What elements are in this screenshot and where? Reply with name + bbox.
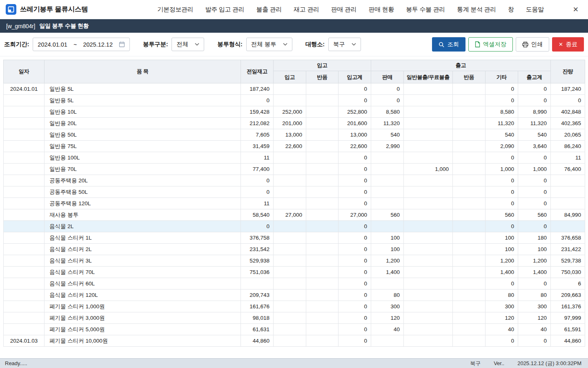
cell-value: 402,365 [551, 118, 585, 129]
table-row[interactable]: 공동주택용 50L0000 [4, 186, 585, 198]
table-row[interactable]: 일반용 50L7,60513,00013,00054054054020,065 [4, 129, 585, 141]
table-row[interactable]: 음식물 2L0000 [4, 221, 585, 232]
table-row[interactable]: 재사용 봉투58,54027,00027,00056056056084,990 [4, 209, 585, 221]
cell-value [453, 95, 486, 106]
date-from-value[interactable]: 2024.01.01 [38, 41, 67, 48]
cell-value [404, 141, 453, 152]
cell-value: 0 [371, 83, 404, 95]
table-row[interactable]: 일반용 20L212,082201,000201,60011,32011,320… [4, 118, 585, 129]
cell-value [306, 335, 339, 347]
cell-value: 120 [486, 312, 518, 324]
table-row[interactable]: 2024.01.03폐기물 스티커 10,000원44,86000044,860 [4, 335, 585, 347]
cell-value: 1,000 [486, 164, 518, 175]
col-header-free-issue: 일반불출/무료불출 [404, 71, 453, 83]
cell-value: 44,860 [551, 335, 585, 347]
menu-item[interactable]: 도움말 [526, 6, 544, 13]
bag-type-select[interactable]: 전체 [172, 38, 204, 51]
cell-value: 252,000 [274, 106, 306, 118]
table-row[interactable]: 공동주택용 120L11000 [4, 198, 585, 209]
table-row[interactable]: 폐기물 스티커 5,000원61,631040404061,591 [4, 324, 585, 335]
cell-value: 231,422 [551, 244, 585, 255]
cell-value: 540 [518, 129, 551, 141]
cell-value: 0 [486, 198, 518, 209]
print-button[interactable]: 인쇄 [516, 37, 549, 52]
cell-item: 일반용 10L [45, 106, 241, 118]
search-button[interactable]: 조회 [432, 37, 465, 52]
cell-value [404, 95, 453, 106]
table-row[interactable]: 일반용 75L31,45922,60022,6002,9902,0903,640… [4, 141, 585, 152]
table-row[interactable]: 음식물 스티커 3L529,93801,2001,2001,200529,738 [4, 255, 585, 267]
cell-date [4, 118, 45, 129]
cell-value: 84,990 [551, 209, 585, 221]
menu-item[interactable]: 재고 관리 [294, 6, 319, 13]
cell-value: 40 [486, 324, 518, 335]
cell-value: 0 [339, 152, 371, 164]
table-row[interactable]: 일반용 10L159,428252,000252,8008,5808,5808,… [4, 106, 585, 118]
table-row[interactable]: 2024.01.01일반용 5L187,2400000187,240 [4, 83, 585, 95]
table-row[interactable]: 음식물 스티커 2L231,5420100100100231,422 [4, 244, 585, 255]
cell-value: 27,000 [274, 209, 306, 221]
table-row[interactable]: 일반용 5L000000 [4, 95, 585, 106]
menu-item[interactable]: 발주 입고 관리 [205, 6, 245, 13]
menu-item[interactable]: 봉투 수불 관리 [406, 6, 445, 13]
bag-type-label: 봉투구분: [143, 40, 168, 48]
window-close-icon[interactable]: ✕ [571, 5, 581, 14]
table-row[interactable]: 음식물 스티커 70L751,03601,4001,4001,400750,03… [4, 267, 585, 278]
cell-value: 11 [241, 152, 274, 164]
cell-value [453, 164, 486, 175]
cell-value [306, 278, 339, 289]
cell-value [306, 244, 339, 255]
col-header-date: 일자 [4, 60, 45, 83]
cell-date [4, 324, 45, 335]
date-range-field[interactable]: 2024.01.01 ~ 2025.12.12 [33, 38, 130, 51]
cell-value [453, 232, 486, 244]
cell-item: 공동주택용 120L [45, 198, 241, 209]
table-row[interactable]: 폐기물 스티커 1,000원161,6760300300300161,376 [4, 301, 585, 312]
table-row[interactable]: 폐기물 스티커 3,000원98,018012012012097,999 [4, 312, 585, 324]
date-to-value[interactable]: 2025.12.12 [83, 41, 113, 48]
cell-value [404, 244, 453, 255]
menu-item[interactable]: 판매 현황 [368, 6, 394, 13]
table-row[interactable]: 일반용 70L77,40001,0001,0001,00076,400 [4, 164, 585, 175]
cell-value: 0 [518, 335, 551, 347]
menu-item[interactable]: 판매 관리 [331, 6, 357, 13]
cell-item: 음식물 스티커 70L [45, 267, 241, 278]
cell-date [4, 106, 45, 118]
cell-value [404, 106, 453, 118]
cell-value: 0 [339, 198, 371, 209]
table-row[interactable]: 음식물 스티커 1L376,7580100100180376,658 [4, 232, 585, 244]
cell-value: 0 [486, 221, 518, 232]
cell-value [274, 95, 306, 106]
bag-form-select[interactable]: 전체 봉투 [246, 38, 292, 51]
cell-value: 1,000 [404, 164, 453, 175]
cell-value: 0 [486, 335, 518, 347]
cell-value [274, 335, 306, 347]
cell-value: 0 [518, 221, 551, 232]
table-row[interactable]: 공동주택용 20L0000 [4, 175, 585, 186]
cell-item: 일반용 5L [45, 83, 241, 95]
cell-value: 231,542 [241, 244, 274, 255]
cell-value: 1,000 [518, 164, 551, 175]
cell-date [4, 209, 45, 221]
cell-value [453, 209, 486, 221]
exit-button[interactable]: ✕ 종료 [552, 37, 584, 52]
agency-select[interactable]: 북구 [328, 38, 361, 51]
table-row[interactable]: 음식물 스티커 120L209,7430808080209,663 [4, 289, 585, 301]
cell-date [4, 198, 45, 209]
menu-item[interactable]: 창 [508, 6, 514, 13]
cell-value: 0 [339, 164, 371, 175]
excel-save-button[interactable]: 엑셀저장 [468, 37, 513, 52]
table-row[interactable]: 일반용 100L1100011 [4, 152, 585, 164]
table-row[interactable]: 음식물 스티커 60L0006 [4, 278, 585, 289]
cell-value: 0 [518, 95, 551, 106]
cell-value: 20,065 [551, 129, 585, 141]
cell-date [4, 129, 45, 141]
menu-item[interactable]: 불출 관리 [256, 6, 282, 13]
menu-item[interactable]: 기본정보관리 [157, 6, 193, 13]
cell-value: 0 [518, 83, 551, 95]
col-header-prev-stock: 전일재고 [241, 60, 274, 83]
cell-value: 0 [339, 312, 371, 324]
cell-value [404, 152, 453, 164]
menu-item[interactable]: 통계 분석 관리 [457, 6, 496, 13]
calendar-icon[interactable] [119, 41, 125, 47]
